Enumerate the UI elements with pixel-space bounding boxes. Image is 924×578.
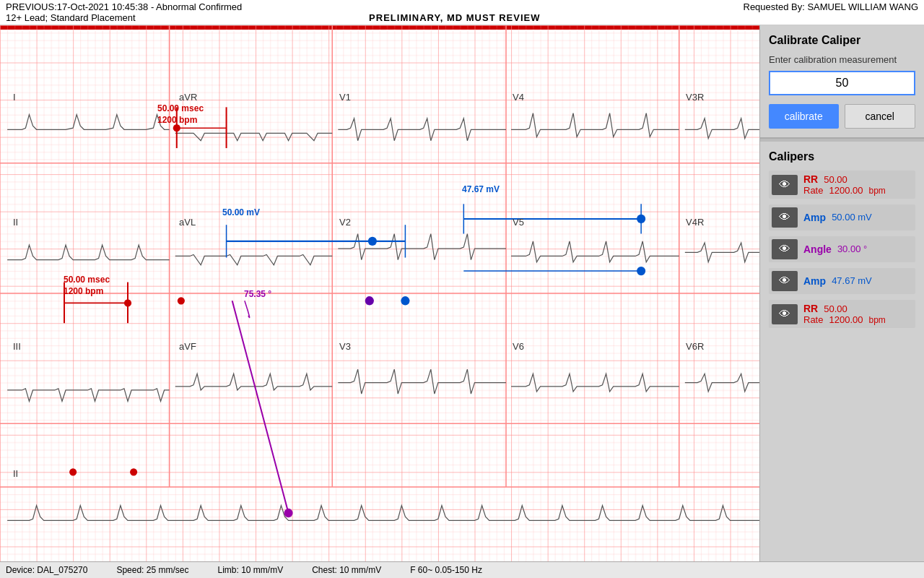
- svg-rect-1: [0, 25, 759, 561]
- amp-annotation: 50.00 mV: [222, 207, 260, 217]
- previous-info: PREVIOUS:17-Oct-2021 10:45:38 - Abnormal…: [6, 1, 242, 12]
- top-border: [0, 25, 759, 30]
- caliper-data-amp2: Amp 47.67 mV: [803, 275, 872, 287]
- amp2-annotation: 47.67 mV: [462, 184, 500, 194]
- caliper-type-amp1: Amp: [803, 212, 826, 223]
- lead-I: I: [13, 92, 16, 103]
- eye-icon-rr2: 👁: [779, 308, 790, 321]
- ecg-svg: [0, 25, 759, 561]
- calibrate-input[interactable]: [769, 71, 915, 95]
- svg-point-19: [69, 468, 77, 475]
- caliper-item-amp2: 👁 Amp 47.67 mV: [769, 268, 915, 294]
- lead-info: 12+ Lead; Standard Placement: [6, 12, 136, 23]
- svg-point-24: [368, 237, 377, 246]
- caliper-data-rr2: RR 50.00 Rate 1200.00 bpm: [803, 303, 886, 325]
- caliper-val1-amp2: 47.67 mV: [832, 275, 872, 287]
- caliper-item-rr1: 👁 RR 50.00 Rate 1200.00 bpm: [769, 171, 915, 199]
- eye-icon-angle1: 👁: [779, 243, 790, 256]
- svg-point-25: [401, 296, 409, 305]
- footer: Device: DAL_075270 Speed: 25 mm/sec Limb…: [0, 561, 924, 578]
- caliper-type-rr1: RR: [803, 173, 818, 185]
- lead-V3R: V3R: [686, 92, 704, 103]
- caliper-item-amp1: 👁 Amp 50.00 mV: [769, 204, 915, 230]
- caliper-data-rr1: RR 50.00 Rate 1200.00 bpm: [803, 173, 886, 196]
- preliminary-text: PRELIMINARY, MD MUST REVIEW: [369, 12, 540, 23]
- svg-point-34: [284, 509, 292, 517]
- caliper-item-rr2: 👁 RR 50.00 Rate 1200.00 bpm: [769, 300, 915, 328]
- calibrate-title: Calibrate Caliper: [769, 34, 915, 47]
- lead-II-long: II: [13, 468, 18, 479]
- calibrate-label: Enter calibration measurement: [769, 54, 915, 65]
- eye-icon-amp2: 👁: [779, 275, 790, 288]
- caliper-rate-rr1: Rate: [803, 185, 823, 196]
- caliper-val2-rr2: 1200.00: [829, 314, 863, 325]
- svg-point-14: [178, 297, 185, 304]
- lead-V3: V3: [339, 341, 351, 352]
- lead-V6: V6: [513, 341, 524, 352]
- lead-II-1: II: [13, 217, 18, 228]
- caliper-val1-rr2: 50.00: [824, 303, 847, 314]
- calibrate-panel: Calibrate Caliper Enter calibration meas…: [760, 25, 924, 139]
- calipers-title: Calipers: [769, 150, 915, 163]
- lead-aVR: aVR: [179, 92, 197, 103]
- lead-V1: V1: [339, 92, 351, 103]
- svg-point-26: [365, 296, 374, 305]
- main-content: I aVR V1 V4 V3R II aVL V2 V5 V4R III aVF…: [0, 25, 924, 561]
- lead-V4R: V4R: [686, 217, 704, 228]
- angle-annotation: 75.35 °: [244, 289, 271, 299]
- rr-annotation-top: 50.00 msec 1200 bpm: [157, 103, 204, 126]
- svg-point-31: [637, 267, 645, 275]
- lead-V5: V5: [513, 217, 524, 228]
- caliper-val3-rr2: bpm: [868, 315, 885, 325]
- svg-point-20: [130, 468, 137, 475]
- caliper-eye-rr2[interactable]: 👁: [772, 304, 798, 324]
- ecg-area: I aVR V1 V4 V3R II aVL V2 V5 V4R III aVF…: [0, 25, 759, 561]
- caliper-type-angle1: Angle: [803, 243, 832, 255]
- lead-V6R: V6R: [686, 341, 704, 352]
- footer-limb: Limb: 10 mm/mV: [217, 565, 283, 575]
- calibrate-button[interactable]: calibrate: [769, 104, 839, 129]
- caliper-eye-rr1[interactable]: 👁: [772, 175, 798, 195]
- caliper-val1-rr1: 50.00: [824, 174, 847, 185]
- lead-aVL: aVL: [179, 217, 196, 228]
- caliper-data-amp1: Amp 50.00 mV: [803, 212, 872, 223]
- rr-annotation-mid: 50.00 msec 1200 bpm: [64, 275, 110, 297]
- caliper-eye-angle1[interactable]: 👁: [772, 239, 798, 259]
- lead-III: III: [13, 341, 21, 352]
- calipers-panel: Calipers 👁 RR 50.00 Rate 1200.00 bpm: [760, 142, 924, 561]
- svg-point-18: [124, 299, 131, 306]
- lead-V2: V2: [339, 217, 351, 228]
- caliper-item-angle1: 👁 Angle 30.00 °: [769, 236, 915, 262]
- caliper-rate-rr2: Rate: [803, 314, 823, 325]
- svg-line-33: [232, 301, 289, 513]
- caliper-type-rr2: RR: [803, 303, 818, 314]
- footer-filter: F 60~ 0.05-150 Hz: [410, 565, 482, 575]
- caliper-eye-amp2[interactable]: 👁: [772, 271, 798, 291]
- caliper-eye-amp1[interactable]: 👁: [772, 207, 798, 228]
- svg-point-30: [637, 215, 645, 223]
- footer-speed: Speed: 25 mm/sec: [116, 565, 188, 575]
- requested-by: Requested By: SAMUEL WILLIAM WANG: [744, 1, 919, 12]
- caliper-val1-amp1: 50.00 mV: [832, 212, 872, 223]
- caliper-val2-rr1: 1200.00: [829, 185, 863, 196]
- right-panel: Calibrate Caliper Enter calibration meas…: [759, 25, 924, 561]
- lead-V4: V4: [513, 92, 524, 103]
- header: PREVIOUS:17-Oct-2021 10:45:38 - Abnormal…: [0, 0, 924, 25]
- lead-aVF: aVF: [179, 341, 196, 352]
- caliper-data-angle1: Angle 30.00 °: [803, 243, 867, 255]
- caliper-val3-rr1: bpm: [868, 186, 885, 196]
- caliper-type-amp2: Amp: [803, 275, 826, 287]
- calibrate-buttons: calibrate cancel: [769, 104, 915, 129]
- eye-icon-amp1: 👁: [779, 211, 790, 224]
- caliper-val1-angle1: 30.00 °: [837, 243, 867, 255]
- footer-chest: Chest: 10 mm/mV: [312, 565, 381, 575]
- eye-icon-rr1: 👁: [779, 178, 790, 191]
- footer-device: Device: DAL_075270: [6, 565, 87, 575]
- cancel-button[interactable]: cancel: [845, 104, 916, 129]
